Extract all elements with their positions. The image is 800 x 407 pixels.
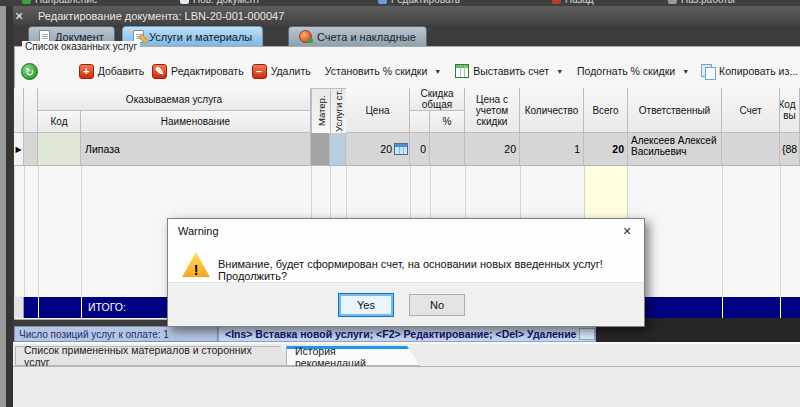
cell-services-st[interactable] [330, 133, 346, 166]
cell-price-with-discount[interactable]: 20 [465, 133, 520, 166]
price-editor-icon[interactable] [394, 143, 408, 155]
current-row-marker: ▶ [15, 145, 21, 154]
tab-recommendation-history[interactable]: История рекомендаций [286, 346, 420, 366]
delete-button[interactable]: –Удалить [252, 64, 311, 79]
edit-button[interactable]: ✎Редактировать [152, 64, 244, 79]
cell-price[interactable]: 20 [346, 133, 410, 166]
bg-toolbar-item[interactable]: Редактировать [378, 0, 460, 5]
col-code[interactable]: Код [38, 111, 81, 133]
chevron-down-icon[interactable]: ▼ [682, 68, 689, 75]
warning-dialog: Warning ✕ ! Внимание, будет сформирован … [167, 218, 645, 327]
tab-label: Услуги и материалы [149, 31, 252, 43]
col-code-clipped[interactable]: Код вы [780, 88, 800, 133]
cell-name[interactable]: Липаза [81, 133, 311, 166]
refresh-icon: ↻ [21, 63, 38, 80]
copy-from-button[interactable]: Копировать из... [701, 64, 798, 78]
cell-discount-percent[interactable] [430, 133, 465, 166]
grid-line [38, 166, 39, 297]
window-titlebar: ✕ Редактирование документа: LBN-20-001-0… [6, 6, 800, 25]
col-name[interactable]: Наименование [81, 111, 311, 133]
back-icon [552, 0, 561, 4]
tab-label: Список примененных материалов и сторонни… [24, 344, 278, 368]
cell-responsible[interactable]: Алексеев Алексей Васильевич [628, 133, 722, 166]
totals-separator [722, 297, 723, 318]
copy-icon [701, 64, 715, 78]
groupbox-title: Список оказанных услуг [22, 41, 140, 52]
tab-applied-materials[interactable]: Список примененных материалов и сторонни… [15, 346, 293, 366]
copy-from-label: Копировать из... [719, 65, 798, 77]
refresh-button[interactable]: ↻ [21, 63, 38, 80]
chevron-down-icon[interactable]: ▼ [434, 68, 441, 75]
totals-indicator-cell [14, 297, 24, 318]
close-icon[interactable]: ✕ [12, 9, 26, 23]
direction-icon [22, 0, 31, 4]
add-icon: + [79, 64, 94, 79]
dialog-button-strip [168, 282, 644, 326]
totals-separator [38, 297, 39, 318]
invoices-icon [299, 30, 312, 43]
col-services-st[interactable]: Услуги ст. [330, 88, 346, 133]
col-service-group[interactable]: Оказываемая услуга [38, 88, 311, 111]
cell-code-clipped[interactable]: {88 [780, 133, 800, 166]
cell-discount-abs[interactable]: 0 [410, 133, 430, 166]
cell-code[interactable] [38, 133, 81, 166]
col-price-with-discount[interactable]: Цена с учетом скидки [465, 88, 520, 133]
bg-toolbar-item[interactable]: Назад [552, 0, 594, 5]
delete-icon: – [252, 64, 267, 79]
col-price[interactable]: Цена [346, 88, 410, 133]
grid-line [81, 166, 82, 297]
fit-discount-button[interactable]: Подогнать % скидки▼ [577, 65, 689, 77]
dialog-title: Warning [168, 219, 644, 243]
invoice-grid-icon [455, 64, 469, 78]
bg-toolbar-item[interactable]: Нов. документ [180, 0, 260, 5]
grid-line [24, 166, 25, 297]
grid-line [780, 166, 781, 297]
col-quantity[interactable]: Количество [520, 88, 584, 133]
yes-button[interactable]: Yes [339, 294, 393, 316]
cell-total[interactable]: 20 [584, 133, 628, 166]
bg-toolbar-item[interactable]: Наз.работы [668, 0, 735, 5]
col-discount-percent[interactable]: % [430, 111, 465, 133]
positions-count-status: Число позиций услуг к оплате: 1 [14, 326, 218, 342]
bg-toolbar-item[interactable]: Направление [22, 0, 97, 5]
fit-discount-label: Подогнать % скидки [577, 65, 675, 77]
warning-triangle-icon: ! [182, 252, 210, 277]
delete-label: Удалить [271, 65, 311, 77]
tab-label: История рекомендаций [295, 345, 405, 369]
bottom-tabs-baseline [13, 366, 800, 367]
no-button[interactable]: No [409, 294, 465, 316]
window-left-border [6, 6, 13, 407]
tab-invoices[interactable]: Счета и накладные [288, 26, 427, 46]
col-invoice[interactable]: Счет [722, 88, 780, 133]
col-material[interactable]: Матер. [311, 88, 330, 133]
cell-quantity[interactable]: 1 [520, 133, 584, 166]
issue-invoice-button[interactable]: Выставить счет▼ [455, 64, 563, 78]
bg-toolbar-label: Редактировать [391, 0, 460, 5]
row-indicator-header [14, 88, 24, 133]
bg-toolbar-label: Направление [35, 0, 97, 5]
hint-bar-endcap [579, 328, 595, 340]
edit-label: Редактировать [171, 65, 244, 77]
bg-toolbar-label: Нов. документ [193, 0, 260, 5]
edit-icon [378, 0, 387, 4]
cell-material[interactable] [311, 133, 330, 166]
cell-invoice[interactable] [722, 133, 780, 166]
bg-toolbar-label: Назад [565, 0, 594, 5]
col-responsible[interactable]: Ответственный [628, 88, 722, 133]
grid-line [722, 166, 723, 297]
cell-blank[interactable] [24, 133, 38, 166]
col-discount-group[interactable]: Скидка общая [410, 88, 465, 111]
totals-separator [81, 297, 82, 318]
set-discount-button[interactable]: Установить % скидки▼ [325, 65, 442, 77]
row-indicator: ▶ [14, 133, 24, 166]
work-assign-icon [668, 0, 677, 4]
totals-label: ИТОГО: [88, 301, 126, 313]
dialog-message: Внимание, будет сформирован счет, на осн… [218, 258, 640, 282]
tab-services-materials[interactable]: Услуги и материалы [122, 26, 263, 46]
col-discount-abs[interactable] [410, 111, 430, 133]
chevron-down-icon[interactable]: ▼ [556, 68, 563, 75]
edit-icon: ✎ [152, 64, 167, 79]
add-button[interactable]: +Добавить [79, 64, 144, 79]
dialog-close-icon[interactable]: ✕ [620, 224, 634, 238]
col-total[interactable]: Всего [584, 88, 628, 133]
